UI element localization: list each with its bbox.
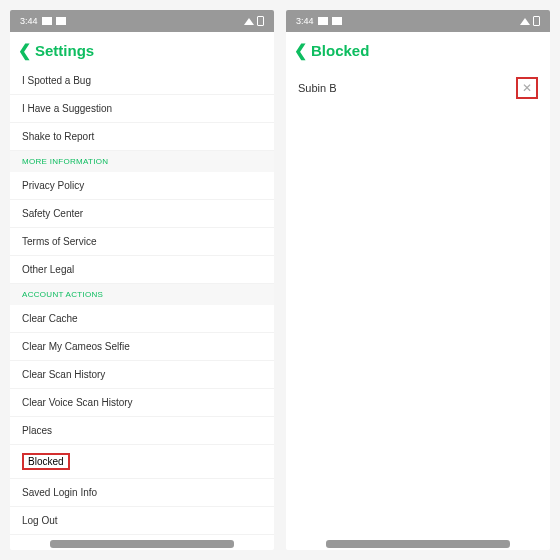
list-item[interactable]: Safety Center xyxy=(10,200,274,228)
list-item[interactable]: Privacy Policy xyxy=(10,172,274,200)
blocked-user-row: Subin B ✕ xyxy=(286,67,550,109)
list-item[interactable]: Terms of Service xyxy=(10,228,274,256)
section-header: MORE INFORMATION xyxy=(10,151,274,172)
back-button[interactable]: ❮ xyxy=(18,43,31,59)
list-item[interactable]: Clear Scan History xyxy=(10,361,274,389)
list-item-blocked[interactable]: Blocked xyxy=(10,445,274,479)
settings-screen: 3:44 ❮ Settings I Spotted a Bug I Have a… xyxy=(10,10,274,550)
wifi-icon xyxy=(244,18,254,25)
list-item[interactable]: Places xyxy=(10,417,274,445)
close-icon: ✕ xyxy=(522,81,532,95)
section-header: ACCOUNT ACTIONS xyxy=(10,284,274,305)
blocked-screen: 3:44 ❮ Blocked Subin B ✕ xyxy=(286,10,550,550)
list-item[interactable]: Clear My Cameos Selfie xyxy=(10,333,274,361)
page-title: Settings xyxy=(35,42,94,59)
status-bar: 3:44 xyxy=(286,10,550,32)
message-icon xyxy=(318,17,328,25)
card-icon xyxy=(56,17,66,25)
card-icon xyxy=(332,17,342,25)
message-icon xyxy=(42,17,52,25)
back-button[interactable]: ❮ xyxy=(294,43,307,59)
nav-bar xyxy=(50,540,234,548)
header: ❮ Blocked xyxy=(286,32,550,67)
unblock-button[interactable]: ✕ xyxy=(516,77,538,99)
list-item[interactable]: I Have a Suggestion xyxy=(10,95,274,123)
header: ❮ Settings xyxy=(10,32,274,67)
list-item[interactable]: Clear Cache xyxy=(10,305,274,333)
nav-bar xyxy=(326,540,510,548)
list-item[interactable]: Other Legal xyxy=(10,256,274,284)
list-item[interactable]: I Spotted a Bug xyxy=(10,67,274,95)
list-item[interactable]: Saved Login Info xyxy=(10,479,274,507)
battery-icon xyxy=(533,16,540,26)
wifi-icon xyxy=(520,18,530,25)
blocked-list: Subin B ✕ xyxy=(286,67,550,540)
blocked-user-name: Subin B xyxy=(298,82,337,94)
status-time: 3:44 xyxy=(296,16,314,26)
status-time: 3:44 xyxy=(20,16,38,26)
battery-icon xyxy=(257,16,264,26)
list-item[interactable]: Shake to Report xyxy=(10,123,274,151)
list-item[interactable]: Clear Voice Scan History xyxy=(10,389,274,417)
page-title: Blocked xyxy=(311,42,369,59)
highlight-box: Blocked xyxy=(22,453,70,470)
status-bar: 3:44 xyxy=(10,10,274,32)
settings-list: I Spotted a Bug I Have a Suggestion Shak… xyxy=(10,67,274,540)
list-item[interactable]: Log Out xyxy=(10,507,274,535)
